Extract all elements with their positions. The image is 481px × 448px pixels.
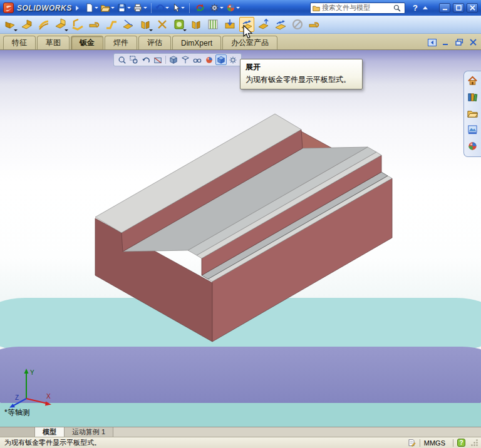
graphics-viewport[interactable]: 展开 为现有钣金零件显示平板型式。 Y X Z *等轴测 bbox=[0, 50, 481, 427]
select-button[interactable] bbox=[171, 1, 186, 14]
tool-extruded-cut-button[interactable] bbox=[222, 17, 237, 32]
document-tab-bar: 模型 运动算例 1 bbox=[0, 427, 481, 437]
edit-status-icon bbox=[407, 439, 416, 447]
tool-jog-button[interactable] bbox=[104, 17, 119, 32]
section-view-button[interactable] bbox=[152, 54, 163, 65]
reference-triad: Y X Z bbox=[8, 366, 56, 411]
print-button[interactable] bbox=[133, 1, 148, 14]
units-label[interactable]: MMGS bbox=[424, 439, 445, 447]
appearances-button[interactable] bbox=[466, 139, 480, 153]
tab-weldments[interactable]: 焊件 bbox=[105, 36, 137, 49]
tool-forming-tool-button[interactable] bbox=[172, 17, 187, 32]
new-document-button[interactable] bbox=[84, 1, 99, 14]
save-button[interactable] bbox=[116, 1, 132, 14]
search-input[interactable]: 搜索文件与模型 bbox=[322, 3, 391, 13]
edit-appearance-button[interactable] bbox=[225, 1, 240, 14]
previous-view-button[interactable] bbox=[140, 54, 152, 65]
tool-corner-trim-button[interactable] bbox=[155, 17, 170, 32]
app-title: SOLIDWORKS bbox=[17, 4, 72, 13]
tool-no-bends-button[interactable] bbox=[290, 17, 305, 32]
tab-model[interactable]: 模型 bbox=[35, 427, 65, 437]
design-library-button[interactable] bbox=[466, 90, 480, 104]
tab-area-splitter[interactable] bbox=[0, 427, 35, 437]
undo-button[interactable] bbox=[155, 1, 170, 14]
quick-tips-button[interactable]: ? bbox=[457, 439, 465, 447]
zoom-fit-button[interactable] bbox=[116, 54, 128, 65]
sheet-metal-toolbar bbox=[0, 16, 481, 34]
tab-sketch[interactable]: 草图 bbox=[37, 36, 70, 49]
status-bar: 为现有钣金零件显示平板型式。 MMGS ? bbox=[0, 437, 481, 448]
doc-close-button[interactable] bbox=[468, 38, 478, 47]
statusbar-separator bbox=[453, 439, 453, 447]
tool-convert-to-sheet-metal-button[interactable] bbox=[19, 17, 34, 32]
rebuild-button[interactable] bbox=[193, 1, 208, 14]
triad-y-label: Y bbox=[30, 369, 34, 376]
tool-hem-button[interactable] bbox=[87, 17, 102, 32]
close-button[interactable] bbox=[467, 3, 478, 13]
collapse-pane-button[interactable] bbox=[427, 38, 437, 47]
display-style-button[interactable] bbox=[180, 54, 191, 65]
file-explorer-button[interactable] bbox=[466, 106, 480, 120]
tab-dimxpert[interactable]: DimXpert bbox=[172, 36, 221, 49]
command-manager-tabs: 特征 草图 钣金 焊件 评估 DimXpert 办公室产品 bbox=[0, 34, 481, 50]
doc-restore-button[interactable] bbox=[454, 38, 465, 47]
search-scope-icon bbox=[313, 4, 320, 12]
status-message: 为现有钣金零件显示平板型式。 bbox=[3, 438, 407, 447]
tooltip: 展开 为现有钣金零件显示平板型式。 bbox=[240, 59, 363, 89]
tool-sheet-metal-gusset-button[interactable] bbox=[189, 17, 204, 32]
help-button[interactable]: ? bbox=[413, 3, 418, 13]
tool-lofted-bend-button[interactable] bbox=[36, 17, 51, 32]
tab-features[interactable]: 特征 bbox=[3, 36, 36, 49]
triad-x-label: X bbox=[46, 393, 51, 400]
sheet-metal-part[interactable] bbox=[0, 50, 481, 427]
view-orientation-label: *等轴测 bbox=[4, 407, 30, 418]
search-icon[interactable] bbox=[393, 4, 401, 12]
solidworks-logo-icon bbox=[3, 3, 14, 13]
options-button[interactable] bbox=[209, 1, 224, 14]
search-bar[interactable]: 搜索文件与模型 bbox=[310, 3, 405, 14]
toolbar-separator bbox=[151, 3, 152, 13]
tool-flatten-button[interactable] bbox=[273, 17, 288, 32]
minimize-button[interactable] bbox=[439, 3, 450, 13]
view-orientation-button[interactable] bbox=[168, 54, 179, 65]
zoom-area-button[interactable] bbox=[128, 54, 140, 65]
tooltip-description: 为现有钣金零件显示平板型式。 bbox=[246, 74, 357, 85]
view-settings-button[interactable] bbox=[227, 54, 239, 65]
edit-appearance-button[interactable] bbox=[204, 54, 215, 65]
tool-fold-button[interactable] bbox=[256, 17, 271, 32]
title-bar: SOLIDWORKS 搜索文件与模型 ? bbox=[0, 0, 481, 16]
tab-motion-study[interactable]: 运动算例 1 bbox=[65, 427, 113, 437]
collapse-menu-icon[interactable] bbox=[423, 6, 428, 9]
tab-evaluate[interactable]: 评估 bbox=[138, 36, 171, 49]
doc-minimize-button[interactable] bbox=[440, 38, 451, 47]
task-pane bbox=[463, 71, 481, 157]
tooltip-title: 展开 bbox=[246, 62, 357, 73]
tab-sheet-metal[interactable]: 钣金 bbox=[71, 36, 103, 49]
tool-vent-button[interactable] bbox=[205, 17, 220, 32]
heads-up-view-toolbar bbox=[113, 53, 242, 66]
tool-insert-bends-button[interactable] bbox=[307, 17, 322, 32]
open-button[interactable] bbox=[100, 1, 115, 14]
tool-base-flange-button[interactable] bbox=[3, 17, 18, 32]
triad-z-label: Z bbox=[15, 394, 19, 401]
maximize-button[interactable] bbox=[453, 3, 464, 13]
tool-closed-corner-button[interactable] bbox=[138, 17, 153, 32]
tool-edge-flange-button[interactable] bbox=[53, 17, 68, 32]
mouse-cursor bbox=[243, 25, 254, 40]
toolbar-separator bbox=[189, 3, 190, 13]
toolbar-separator bbox=[165, 56, 166, 64]
apply-scene-button[interactable] bbox=[215, 54, 227, 65]
statusbar-separator bbox=[420, 439, 420, 447]
hide-show-items-button[interactable] bbox=[192, 54, 203, 65]
solidworks-resources-button[interactable] bbox=[466, 74, 480, 88]
tool-sketched-bend-button[interactable] bbox=[121, 17, 136, 32]
view-palette-button[interactable] bbox=[466, 123, 480, 136]
menu-expand-icon[interactable] bbox=[76, 6, 79, 11]
resize-grip[interactable] bbox=[470, 439, 478, 447]
tool-miter-flange-button[interactable] bbox=[70, 17, 85, 32]
